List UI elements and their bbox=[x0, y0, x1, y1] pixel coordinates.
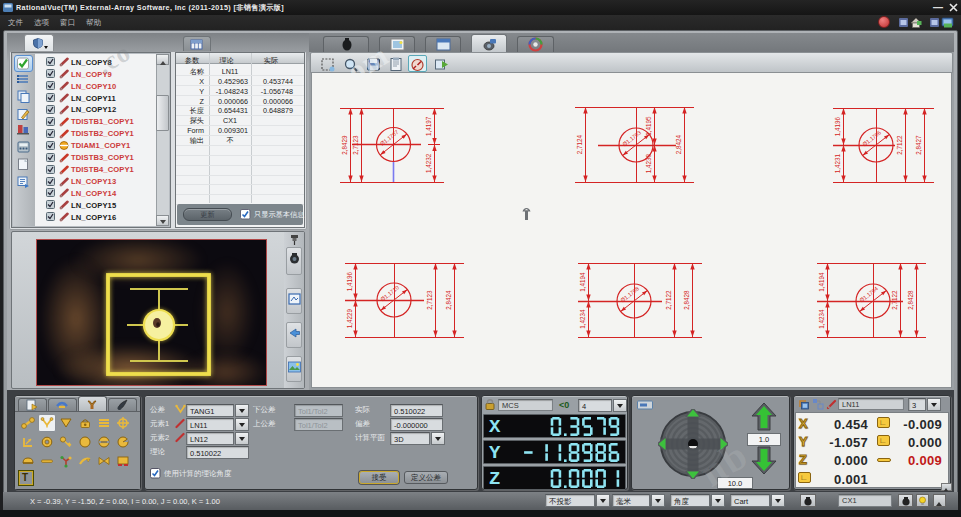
svg-text:2,7122: 2,7122 bbox=[891, 290, 898, 310]
svg-text:1,4194: 1,4194 bbox=[579, 272, 586, 292]
svg-text:2,8428: 2,8428 bbox=[683, 290, 690, 310]
svg-text:1,4196: 1,4196 bbox=[346, 271, 353, 291]
svg-text:1,4234: 1,4234 bbox=[579, 309, 586, 329]
svg-text:1,4197: 1,4197 bbox=[425, 116, 432, 136]
svg-text:1,4229: 1,4229 bbox=[346, 308, 353, 328]
svg-text:2,7124: 2,7124 bbox=[576, 134, 583, 154]
svg-text:1,4196: 1,4196 bbox=[834, 116, 841, 136]
svg-text:1,4238: 1,4238 bbox=[645, 153, 652, 173]
svg-text:2,7122: 2,7122 bbox=[896, 135, 903, 155]
svg-text:1,4194: 1,4194 bbox=[818, 272, 825, 292]
svg-text:1,4231: 1,4231 bbox=[834, 153, 841, 173]
svg-text:2,8424: 2,8424 bbox=[445, 290, 452, 310]
svg-text:1,4234: 1,4234 bbox=[818, 309, 825, 329]
svg-text:2,8427: 2,8427 bbox=[915, 135, 922, 155]
svg-text:2,8429: 2,8429 bbox=[341, 135, 348, 155]
svg-text:2,8428: 2,8428 bbox=[907, 290, 914, 310]
svg-text:2,7122: 2,7122 bbox=[665, 290, 672, 310]
svg-text:2,8424: 2,8424 bbox=[675, 134, 682, 154]
svg-text:2,7123: 2,7123 bbox=[352, 135, 359, 155]
svg-text:2,7123: 2,7123 bbox=[426, 290, 433, 310]
svg-text:1,4195: 1,4195 bbox=[645, 116, 652, 136]
svg-text:1,4232: 1,4232 bbox=[425, 153, 432, 173]
